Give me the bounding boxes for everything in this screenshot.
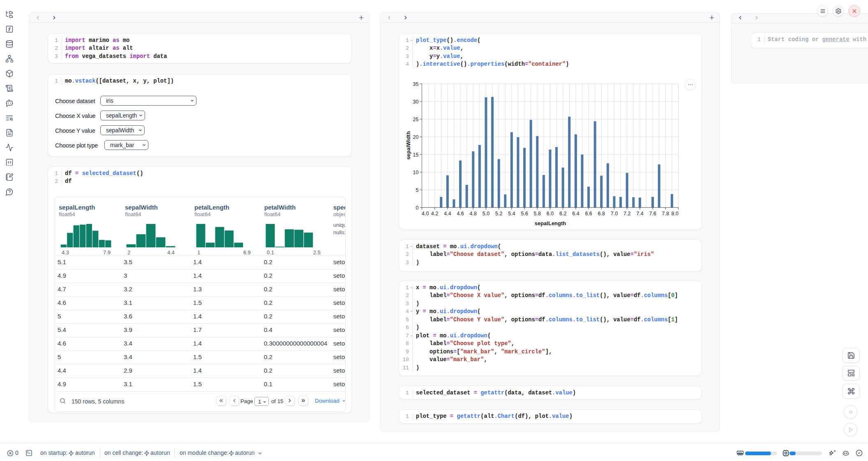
- svg-text:5.0: 5.0: [482, 211, 489, 217]
- svg-text:7.2: 7.2: [623, 211, 630, 217]
- svg-text:4.6: 4.6: [457, 211, 464, 217]
- svg-text:6.8: 6.8: [598, 211, 605, 217]
- svg-text:5.2: 5.2: [495, 211, 502, 217]
- svg-text:35: 35: [413, 81, 419, 87]
- svg-text:7.0: 7.0: [611, 211, 618, 217]
- svg-text:4.4: 4.4: [444, 211, 451, 217]
- svg-text:5.6: 5.6: [521, 211, 528, 217]
- svg-text:4.0: 4.0: [422, 211, 429, 217]
- svg-text:10: 10: [413, 170, 419, 175]
- svg-text:8.0: 8.0: [672, 211, 679, 217]
- svg-text:5.8: 5.8: [534, 211, 541, 217]
- svg-text:4.2: 4.2: [431, 211, 438, 217]
- svg-text:0: 0: [416, 205, 419, 211]
- svg-text:6.2: 6.2: [559, 211, 566, 217]
- svg-text:15: 15: [413, 152, 419, 158]
- svg-text:20: 20: [413, 134, 419, 140]
- svg-text:7.6: 7.6: [649, 211, 656, 217]
- svg-text:30: 30: [413, 99, 419, 105]
- svg-text:25: 25: [413, 117, 419, 122]
- svg-text:sepalWidth: sepalWidth: [406, 131, 411, 159]
- svg-text:7.8: 7.8: [662, 211, 669, 217]
- svg-text:sepalLength: sepalLength: [535, 220, 566, 226]
- svg-text:6.0: 6.0: [547, 211, 554, 217]
- svg-text:5: 5: [416, 187, 419, 193]
- svg-text:4.8: 4.8: [470, 211, 477, 217]
- svg-text:6.4: 6.4: [572, 211, 579, 217]
- svg-text:5.4: 5.4: [508, 211, 515, 217]
- svg-text:6.6: 6.6: [585, 211, 592, 217]
- svg-text:7.4: 7.4: [636, 211, 643, 217]
